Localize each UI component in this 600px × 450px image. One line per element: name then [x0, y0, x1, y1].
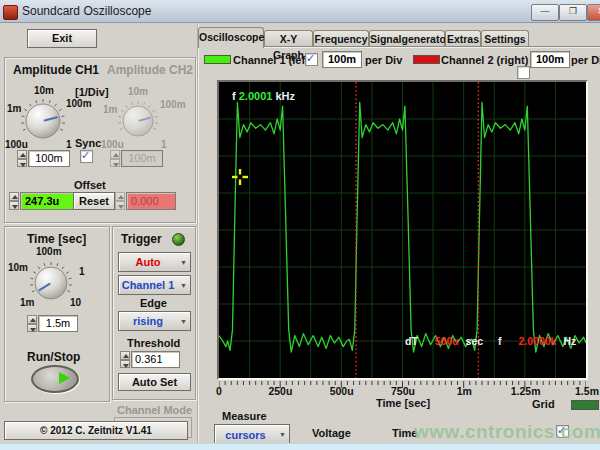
knob-ch2-label-1: 1 — [161, 139, 167, 150]
trigger-source-value: Channel 1 — [119, 279, 177, 291]
freq-unit: kHz — [275, 90, 295, 102]
auto-set-button[interactable]: Auto Set — [118, 373, 191, 391]
tab-frequency[interactable]: Frequency — [313, 30, 369, 47]
trigger-group: Trigger Auto▼ Channel 1▼ Edge rising▼ Th… — [112, 226, 196, 400]
scope-plot[interactable] — [219, 82, 586, 378]
chevron-down-icon: ▼ — [276, 431, 289, 438]
knob-ch2-label-1m: 1m — [103, 104, 117, 115]
amplitude-ch1-knob[interactable] — [19, 97, 67, 145]
channel1-perdiv-label: per Div — [365, 54, 402, 66]
tab-signalgenerator[interactable]: Signalgenerator — [369, 30, 445, 47]
edge-label: Edge — [140, 297, 167, 309]
play-icon — [59, 372, 70, 384]
channel2-color-swatch — [413, 55, 440, 64]
panel-divider — [197, 24, 198, 443]
offset-ch2-spinner — [115, 192, 125, 210]
tab-settings[interactable]: Settings — [481, 30, 529, 47]
tab-extras[interactable]: Extras — [445, 30, 481, 47]
close-button[interactable]: ✕ — [587, 4, 600, 21]
offset-ch1-spinner[interactable] — [9, 192, 19, 210]
freq-value: 2.0001 — [239, 90, 273, 102]
trigger-mode-dropdown[interactable]: Auto▼ — [118, 252, 191, 272]
dt-unit: sec — [466, 335, 484, 347]
knob-time-label-1: 1 — [79, 266, 85, 277]
channel1-label: Channel 1 (left) — [233, 54, 312, 66]
time-value[interactable]: 1.5m — [38, 315, 78, 332]
threshold-value[interactable]: 0.361 — [131, 351, 180, 368]
cursor-readout: dT 500u sec f 2.0000k Hz — [405, 335, 576, 347]
time-spinner[interactable] — [27, 315, 37, 332]
dt-label: dT — [405, 335, 418, 347]
channel1-color-swatch — [204, 55, 231, 64]
app-window: Soundcard Oszilloscope — ❐ ✕ Exit Amplit… — [0, 0, 600, 450]
channel2-label: Channel 2 (right) — [441, 54, 528, 66]
threshold-spinner[interactable] — [120, 351, 130, 368]
sync-label: Sync — [75, 137, 101, 149]
amplitude-group: Amplitude CH1 Amplitude CH2 [1/Div] 10m … — [4, 57, 196, 223]
amplitude-ch1-spinner[interactable] — [17, 150, 27, 167]
run-stop-label: Run/Stop — [27, 350, 80, 364]
chevron-down-icon: ▼ — [177, 282, 190, 289]
tab-oscilloscope[interactable]: Oscilloscope — [198, 27, 264, 48]
cursor-f-value: 2.0000k — [518, 335, 556, 347]
amplitude-ch1-title: Amplitude CH1 — [13, 63, 99, 77]
run-stop-button[interactable] — [31, 365, 79, 393]
amplitude-unit-label: [1/Div] — [75, 86, 109, 98]
offset-ch1-value[interactable]: 247.3u — [20, 192, 74, 210]
knob-ch1-label-10m: 10m — [34, 85, 54, 96]
offset-ch2-value: 0.000 — [126, 192, 176, 210]
amplitude-ch2-spinner — [110, 150, 120, 167]
channel1-perdiv-value[interactable]: 100m — [322, 51, 362, 68]
amplitude-ch2-title: Amplitude CH2 — [107, 63, 193, 77]
trigger-edge-value: rising — [119, 315, 177, 327]
channel2-perdiv-value[interactable]: 100m — [530, 51, 570, 68]
maximize-button[interactable]: ❐ — [559, 4, 587, 21]
trigger-source-dropdown[interactable]: Channel 1▼ — [118, 275, 191, 295]
knob-time-label-100m: 100m — [36, 246, 62, 257]
knob-ch2-label-10m: 10m — [128, 86, 148, 97]
channel1-perdiv-checkbox[interactable] — [305, 53, 318, 66]
time-title: Time [sec] — [27, 232, 86, 246]
grid-color-swatch[interactable] — [571, 400, 599, 410]
minimize-button[interactable]: — — [531, 4, 559, 21]
measure-mode-value: cursors — [215, 429, 276, 441]
trigger-mode-value: Auto — [119, 256, 177, 268]
sync-checkbox[interactable] — [80, 150, 93, 163]
knob-ch1-label-100m: 100m — [66, 98, 92, 109]
chevron-down-icon: ▼ — [177, 259, 190, 266]
app-icon — [3, 5, 18, 20]
freq-label: f — [232, 90, 236, 102]
threshold-label: Threshold — [127, 337, 180, 349]
knob-time-label-10m: 10m — [8, 262, 28, 273]
cursor-f-unit: Hz — [563, 335, 576, 347]
amplitude-ch2-value: 100m — [121, 150, 163, 167]
offset-reset-button[interactable]: Reset — [73, 192, 115, 210]
channel2-perdiv-checkbox[interactable] — [517, 66, 530, 79]
measure-mode-dropdown[interactable]: cursors▼ — [214, 424, 290, 445]
bottom-strip — [0, 443, 600, 450]
cursor-f-label: f — [498, 335, 502, 347]
tab-xy-graph[interactable]: X-Y Graph — [264, 30, 313, 47]
time-group: Time [sec] 100m 10m 1 1m 10 1.5m Run/Sto… — [4, 226, 110, 402]
time-knob[interactable] — [26, 258, 76, 308]
copyright-bar: © 2012 C. Zeitnitz V1.41 — [4, 421, 188, 440]
oscilloscope-display[interactable]: f 2.0001 kHz dT 500u sec f 2.0000k Hz — [217, 80, 588, 380]
channel-mode-label: Channel Mode — [117, 404, 192, 416]
x-axis-tick-labels: 0 250u 500u 750u 1m 1.25m 1.5m — [219, 385, 587, 397]
window-title: Soundcard Oszilloscope — [22, 4, 151, 18]
title-bar[interactable]: Soundcard Oszilloscope — ❐ ✕ — [0, 0, 600, 23]
watermark: www.cntronics.com — [414, 421, 600, 443]
chevron-down-icon: ▼ — [177, 318, 190, 325]
amplitude-ch1-value[interactable]: 100m — [28, 150, 70, 167]
dt-value: 500u — [435, 335, 459, 347]
exit-button[interactable]: Exit — [27, 29, 97, 48]
channel2-perdiv-label: per Div — [571, 54, 600, 66]
trigger-led — [172, 233, 185, 246]
measure-title: Measure — [222, 410, 267, 422]
measure-voltage-label: Voltage — [312, 427, 351, 439]
offset-label: Offset — [74, 179, 106, 191]
trigger-edge-dropdown[interactable]: rising▼ — [118, 311, 191, 331]
knob-ch2-label-100m: 100m — [160, 99, 186, 110]
amplitude-ch2-knob — [117, 100, 159, 142]
frequency-readout: f 2.0001 kHz — [232, 90, 295, 102]
